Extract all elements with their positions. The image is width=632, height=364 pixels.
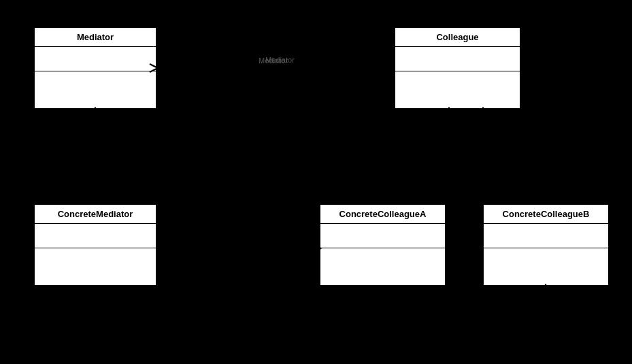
concrete-colleague-a-class: ConcreteColleagueA	[320, 204, 446, 286]
concrete-colleague-a-to-colleague-arrow	[382, 110, 449, 204]
colleague-class-section2	[395, 71, 520, 96]
colleague-class-section1	[395, 47, 520, 71]
concrete-colleague-b-to-colleague-arrow	[483, 110, 546, 204]
concrete-colleague-b-class-section2	[484, 248, 608, 273]
concrete-mediator-class-header: ConcreteMediator	[35, 205, 156, 224]
concrete-colleague-b-class: ConcreteColleagueB	[483, 204, 609, 286]
colleague-class-header: Colleague	[395, 28, 520, 47]
concrete-mediator-class-section1	[35, 224, 156, 248]
mediator-class-section1	[35, 47, 156, 71]
concrete-mediator-class: ConcreteMediator	[34, 204, 156, 286]
concrete-colleague-a-class-header: ConcreteColleagueA	[320, 205, 445, 224]
arrow-label-mediator: Mediator	[265, 56, 295, 64]
concrete-mediator-to-concrete-colleague-b-arrow	[95, 286, 546, 335]
concrete-mediator-class-section2	[35, 248, 156, 273]
concrete-colleague-a-class-section1	[320, 224, 445, 248]
diagram-container: Mediator Colleague ConcreteMediator Conc…	[0, 0, 632, 364]
mediator-class-header: Mediator	[35, 28, 156, 47]
concrete-colleague-a-class-section2	[320, 248, 445, 273]
concrete-colleague-b-class-section1	[484, 224, 608, 248]
colleague-class: Colleague	[395, 27, 520, 109]
mediator-class: Mediator	[34, 27, 156, 109]
mediator-class-section2	[35, 71, 156, 96]
concrete-colleague-b-class-header: ConcreteColleagueB	[484, 205, 608, 224]
